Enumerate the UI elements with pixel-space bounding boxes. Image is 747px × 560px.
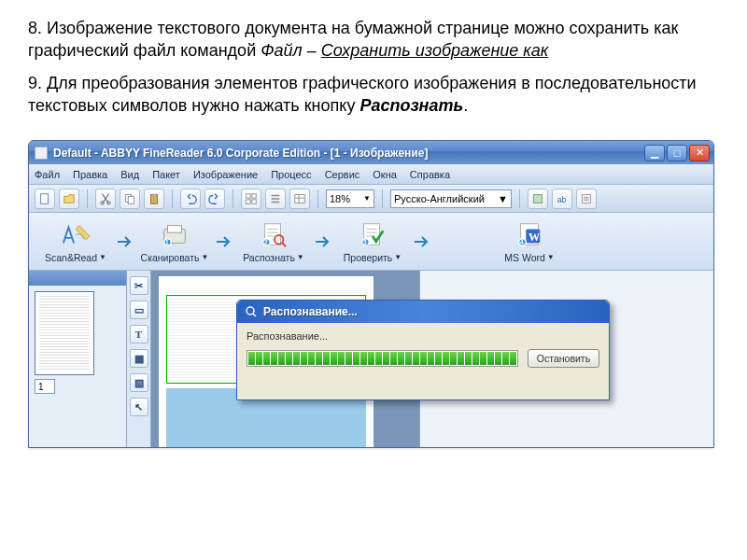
options-button[interactable]: [576, 189, 597, 209]
menu-windows[interactable]: Окна: [373, 169, 397, 180]
arrow-icon: [410, 235, 434, 248]
undo-button[interactable]: [180, 189, 201, 209]
minimize-button[interactable]: ▁: [644, 145, 665, 161]
menu-help[interactable]: Справка: [410, 169, 450, 180]
svg-text:ab: ab: [557, 194, 567, 203]
crop-tool-icon[interactable]: ✂: [130, 276, 148, 295]
svg-rect-10: [252, 200, 256, 203]
svg-text:2: 2: [264, 239, 268, 245]
scan-button[interactable]: 1 Сканировать▼: [137, 216, 212, 268]
arrow-icon: [113, 235, 137, 248]
spell-button[interactable]: ab: [552, 189, 572, 209]
main-toolbar: Scan&Read▼ 1 Сканировать▼ 2 Распознать▼ …: [29, 213, 713, 271]
close-button[interactable]: ✕: [689, 145, 710, 161]
new-button[interactable]: [35, 189, 55, 209]
menu-edit[interactable]: Правка: [73, 169, 107, 180]
svg-text:4: 4: [520, 239, 524, 245]
menu-process[interactable]: Процесс: [271, 169, 311, 180]
view-detail-button[interactable]: [289, 189, 310, 209]
maximize-button[interactable]: □: [667, 145, 687, 161]
paste-button[interactable]: [144, 189, 164, 209]
menu-image[interactable]: Изображение: [193, 169, 258, 180]
copy-button[interactable]: [120, 189, 140, 209]
menu-service[interactable]: Сервис: [325, 169, 360, 180]
svg-rect-0: [41, 193, 49, 203]
titlebar[interactable]: Default - ABBYY FineReader 6.0 Corporate…: [29, 141, 713, 164]
instruction-9: 9. Для преобразования элементов графичес…: [28, 72, 719, 118]
svg-rect-11: [295, 194, 305, 203]
progress-bar: [247, 350, 518, 367]
window-title: Default - ABBYY FineReader 6.0 Corporate…: [53, 147, 644, 160]
svg-text:1: 1: [165, 239, 169, 245]
menu-view[interactable]: Вид: [120, 169, 139, 180]
msword-button[interactable]: W4 MS Word▼: [492, 216, 567, 268]
picture-tool-icon[interactable]: ▧: [130, 373, 148, 392]
image-toolstrip: ✂ ▭ T ▦ ▧ ↖: [127, 271, 151, 447]
text-block-tool-icon[interactable]: T: [130, 325, 148, 343]
finereader-window: Default - ABBYY FineReader 6.0 Corporate…: [28, 140, 714, 448]
svg-text:W: W: [529, 230, 541, 243]
progress-dialog: Распознавание... Распознавание... Остано…: [236, 300, 610, 400]
svg-rect-9: [247, 200, 250, 203]
svg-rect-12: [534, 194, 543, 203]
table-tool-icon[interactable]: ▦: [130, 349, 148, 368]
svg-rect-7: [247, 193, 250, 197]
svg-rect-4: [128, 196, 134, 203]
app-icon: [35, 147, 48, 160]
stop-button[interactable]: Остановить: [528, 349, 599, 368]
recognize-button[interactable]: 2 Распознать▼: [236, 216, 311, 268]
arrow-icon: [212, 235, 236, 248]
view-list-button[interactable]: [265, 189, 286, 209]
svg-rect-6: [152, 193, 156, 196]
magnifier-icon: [245, 305, 258, 318]
instruction-8: 8. Изображение текстового документа на б…: [28, 17, 719, 63]
menu-file[interactable]: Файл: [35, 169, 60, 180]
menubar: Файл Правка Вид Пакет Изображение Процес…: [29, 164, 713, 185]
check-button[interactable]: 3 Проверить▼: [335, 216, 410, 268]
language-select[interactable]: Русско-Английский▼: [390, 189, 512, 208]
svg-rect-16: [167, 225, 181, 232]
zoom-select[interactable]: 18%▼: [326, 189, 374, 208]
svg-point-31: [247, 307, 254, 315]
select-tool-icon[interactable]: ▭: [130, 301, 148, 319]
standard-toolbar: 18%▼ Русско-Английский▼ ab: [29, 185, 713, 213]
thumbnail-pane: 1: [29, 271, 127, 447]
svg-text:3: 3: [363, 239, 367, 245]
dict-button[interactable]: [528, 189, 548, 209]
scanread-button[interactable]: Scan&Read▼: [38, 216, 113, 268]
dialog-status-text: Распознавание...: [247, 330, 599, 342]
menu-batch[interactable]: Пакет: [152, 169, 180, 180]
pointer-tool-icon[interactable]: ↖: [130, 398, 148, 416]
arrow-icon: [311, 235, 335, 248]
page-number-field[interactable]: 1: [35, 379, 55, 394]
svg-rect-8: [252, 193, 256, 197]
dialog-titlebar[interactable]: Распознавание...: [237, 301, 609, 323]
view-thumb-button[interactable]: [241, 189, 261, 209]
page-thumbnail[interactable]: [35, 291, 94, 375]
open-button[interactable]: [59, 189, 79, 209]
redo-button[interactable]: [204, 189, 225, 209]
cut-button[interactable]: [95, 189, 116, 209]
